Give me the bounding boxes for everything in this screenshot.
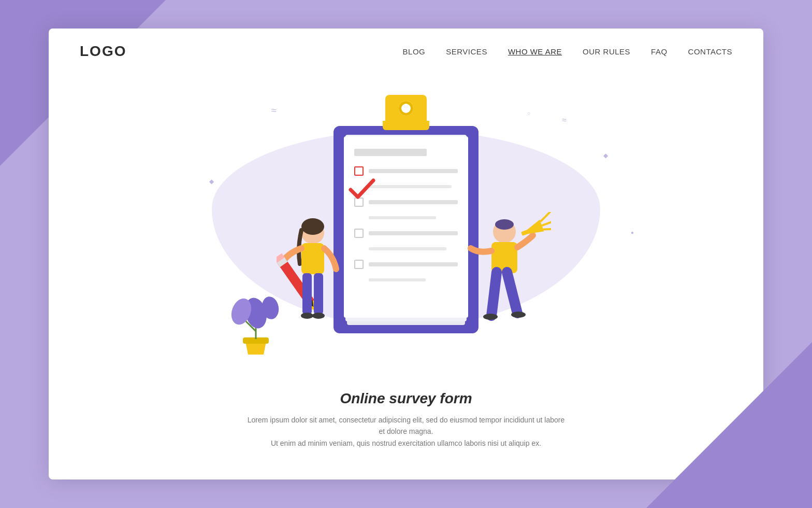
big-checkmark-container <box>346 175 378 206</box>
paper-stack <box>344 136 468 318</box>
deco-zigzag-2: ≈ <box>562 116 567 125</box>
checkbox-1 <box>354 166 364 176</box>
main-illustration: ≈ ≈ ◆ ◆ ≈ ● ○ ○ <box>49 74 763 375</box>
nav-who-we-are[interactable]: WHO WE ARE <box>508 47 562 56</box>
man-figure <box>463 212 551 359</box>
header: LOGO BLOG SERVICES WHO WE ARE OUR RULES … <box>49 29 763 74</box>
form-subline-3 <box>369 247 446 250</box>
form-row-1 <box>354 166 458 176</box>
checkmark-icon <box>346 175 378 204</box>
clipboard-clip <box>385 95 427 122</box>
logo: LOGO <box>80 43 126 60</box>
svg-rect-2 <box>301 243 324 274</box>
nav-our-rules[interactable]: OUR RULES <box>583 47 630 56</box>
plant-figure <box>230 295 282 359</box>
svg-rect-8 <box>302 273 312 315</box>
form-title-bar <box>354 149 427 156</box>
form-row-3 <box>354 229 458 238</box>
svg-point-13 <box>495 219 514 230</box>
subtext-line1: Lorem ipsum dolor sit amet, consectetur … <box>248 416 564 435</box>
form-subline-1 <box>369 185 452 188</box>
svg-point-10 <box>301 313 313 319</box>
form-line-2 <box>369 200 458 204</box>
nav-contacts[interactable]: CONTACTS <box>688 47 732 56</box>
woman-figure <box>277 212 359 359</box>
navigation: BLOG SERVICES WHO WE ARE OUR RULES FAQ C… <box>403 47 732 56</box>
svg-point-17 <box>483 314 498 320</box>
subtext-line2: Ut enim ad minim veniam, quis nostrud ex… <box>271 439 541 447</box>
page-card: LOGO BLOG SERVICES WHO WE ARE OUR RULES … <box>49 29 763 479</box>
deco-dot-1: ◆ <box>209 178 214 185</box>
form-subline-4 <box>369 278 426 281</box>
svg-point-1 <box>301 218 324 235</box>
svg-rect-16 <box>521 230 529 236</box>
man-svg <box>463 212 551 357</box>
paper-main <box>344 136 468 318</box>
deco-dot-2: ◆ <box>603 152 608 159</box>
form-row-4 <box>354 260 458 269</box>
form-line-1 <box>369 169 458 173</box>
nav-faq[interactable]: FAQ <box>651 47 668 56</box>
svg-rect-9 <box>314 273 323 315</box>
form-line-4 <box>369 262 458 266</box>
plant-svg <box>230 295 282 357</box>
svg-point-18 <box>511 312 526 318</box>
clipboard-clip-bottom <box>383 121 429 130</box>
deco-dot-3: ● <box>631 230 634 235</box>
nav-services[interactable]: SERVICES <box>446 47 487 56</box>
form-line-3 <box>369 231 458 235</box>
nav-blog[interactable]: BLOG <box>403 47 426 56</box>
deco-zigzag-1: ≈ <box>271 105 277 116</box>
svg-point-11 <box>312 313 325 319</box>
text-section: Online survey form Lorem ipsum dolor sit… <box>49 375 763 454</box>
subtext: Lorem ipsum dolor sit amet, consectetur … <box>245 414 567 449</box>
form-subline-2 <box>369 216 436 219</box>
deco-circle-2: ○ <box>527 110 530 116</box>
headline: Online survey form <box>59 390 753 407</box>
woman-svg <box>277 212 359 357</box>
